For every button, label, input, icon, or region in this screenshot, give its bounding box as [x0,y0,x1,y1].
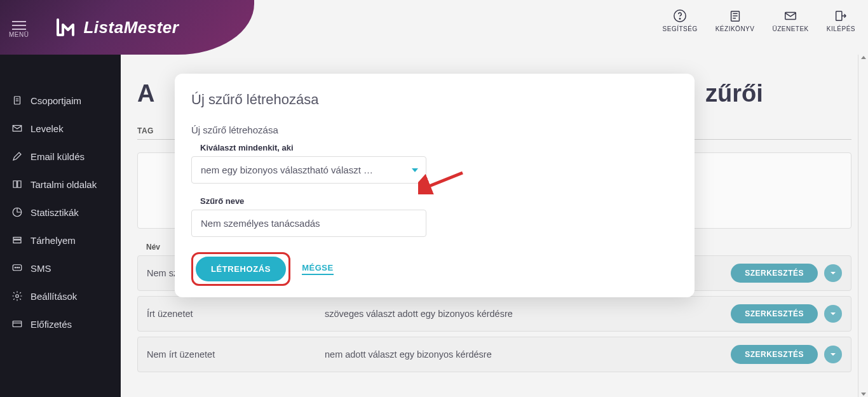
action-logout[interactable]: KILÉPÉS [827,9,855,32]
gear-icon [11,290,23,302]
book-icon [728,9,742,23]
edit-button[interactable]: SZERKESZTÉS [731,304,818,323]
select-label: Kiválaszt mindenkit, aki [175,139,695,155]
svg-rect-11 [13,126,22,131]
sidebar-item-subscription[interactable]: Előfizetés [0,310,121,338]
sidebar-item-settings[interactable]: Beállítások [0,282,121,310]
modal-actions: LÉTREHOZÁS MÉGSE [175,246,695,286]
filter-name-input[interactable]: Nem személyes tanácsadás [191,210,426,237]
clipboard-icon [11,95,23,106]
chevron-down-icon [830,311,836,317]
row-name: Nem írt üzenetet [147,349,325,360]
svg-point-17 [17,267,18,269]
action-help[interactable]: SEGÍTSÉG [663,9,698,32]
brand-logo-icon [54,16,77,39]
edit-button[interactable]: SZERKESZTÉS [731,345,818,364]
svg-rect-8 [15,97,20,104]
logout-icon [834,9,848,23]
brand-logo[interactable]: ListaMester [54,16,179,39]
storage-icon [11,234,23,246]
svg-point-1 [679,18,680,19]
row-name: Írt üzenetet [147,309,325,319]
sidebar-item-content[interactable]: Tartalmi oldalak [0,170,121,198]
edit-button[interactable]: SZERKESZTÉS [731,264,818,283]
sidebar-item-sms[interactable]: SMS [0,254,121,282]
tab-tag[interactable]: TAG [137,126,154,135]
pencil-icon [11,151,23,162]
edit-dropdown[interactable] [824,346,842,363]
svg-point-16 [15,267,16,269]
menu-label: MENÜ [9,31,29,38]
svg-rect-6 [785,13,796,20]
modal-subtitle: Új szűrő létrehozása [175,113,695,139]
table-row: Írt üzenetet szöveges választ adott egy … [137,296,851,332]
edit-dropdown[interactable] [824,305,842,323]
menu-button[interactable]: MENÜ [9,20,29,38]
table-row: Nem írt üzenetet nem adott választ egy b… [137,337,851,372]
sidebar-item-storage[interactable]: Tárhelyem [0,226,121,254]
scrollbar[interactable] [858,55,868,397]
sidebar-item-mails[interactable]: Levelek [0,114,121,142]
svg-rect-7 [836,11,842,21]
svg-rect-13 [13,238,21,239]
action-manual[interactable]: KÉZIKÖNYV [715,9,755,32]
pages-icon [11,178,23,190]
name-label: Szűrő neve [175,192,695,208]
chart-icon [11,206,23,218]
sms-icon [11,262,23,274]
chevron-down-icon [412,168,418,172]
modal-title: Új szűrő létrehozása [175,91,695,113]
cancel-button[interactable]: MÉGSE [302,263,333,275]
row-desc: szöveges választ adott egy bizonyos kérd… [325,309,731,319]
sidebar: Csoportjaim Levelek Email küldés Tartalm… [0,55,121,397]
sidebar-item-stats[interactable]: Statisztikák [0,198,121,226]
svg-point-19 [16,295,19,298]
mail-icon [783,9,797,23]
brand-text: ListaMester [83,18,179,37]
input-value: Nem személyes tanácsadás [201,218,320,229]
create-button[interactable]: LÉTREHOZÁS [196,257,286,281]
envelope-icon [11,123,23,134]
sidebar-item-send[interactable]: Email küldés [0,142,121,170]
brand-bar: MENÜ ListaMester [0,0,254,55]
chevron-down-icon [830,270,836,276]
help-icon [673,9,687,23]
svg-rect-14 [13,240,21,243]
select-value: nem egy bizonyos választható választ … [201,165,373,175]
row-desc: nem adott választ egy bizonyos kérdésre [325,349,731,360]
top-actions: SEGÍTSÉG KÉZIKÖNYV ÜZENETEK KILÉPÉS [663,9,855,32]
edit-dropdown[interactable] [824,264,842,282]
svg-rect-20 [13,321,22,327]
sidebar-item-groups[interactable]: Csoportjaim [0,86,121,114]
create-button-highlight: LÉTREHOZÁS [191,252,290,286]
chevron-down-icon [830,351,836,358]
svg-point-18 [18,267,20,269]
action-messages[interactable]: ÜZENETEK [772,9,808,32]
card-icon [11,318,23,330]
modal-new-filter: Új szűrő létrehozása Új szűrő létrehozás… [175,74,695,297]
filter-type-select[interactable]: nem egy bizonyos választható választ … [191,156,426,184]
